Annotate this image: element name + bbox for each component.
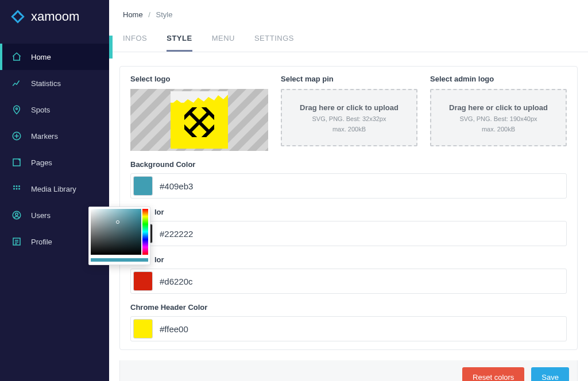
stats-icon — [11, 78, 22, 88]
sidebar-item-label: Users — [31, 211, 51, 220]
upload-row: Select logo — [130, 75, 567, 151]
brand-name: xamoom — [31, 9, 79, 24]
upload-map-pin: Select map pin Drag here or click to upl… — [281, 75, 417, 151]
main: Home / Style INFOS STYLE MENU SETTINGS S… — [109, 0, 588, 381]
pin-icon — [11, 104, 22, 115]
color-input-wrap — [130, 316, 567, 341]
dropzone-line3: max. 200kB — [482, 126, 515, 133]
upload-admin-logo: Select admin logo Drag here or click to … — [430, 75, 567, 151]
color-input-wrap — [130, 269, 567, 294]
sidebar-item-media-library[interactable]: Media Library — [0, 176, 109, 202]
paper-tear-icon — [171, 91, 228, 103]
save-button[interactable]: Save — [531, 367, 569, 381]
upload-admin-logo-title: Select admin logo — [430, 75, 567, 83]
home-icon — [11, 52, 22, 62]
svg-point-4 — [16, 185, 18, 187]
sidebar-item-label: Media Library — [31, 185, 76, 193]
sidebar-item-label: Statistics — [31, 79, 61, 88]
media-icon — [11, 184, 22, 194]
picker-handle[interactable] — [116, 220, 119, 224]
sidebar-item-label: Markers — [31, 132, 58, 141]
color-row-highlight: lor — [130, 255, 567, 294]
sidebar-item-label: Home — [31, 53, 51, 61]
brand-logo-icon — [10, 9, 25, 24]
color-input-wrap — [130, 173, 567, 199]
dropzone-line1: Drag here or click to upload — [300, 103, 399, 112]
dropzone-admin-logo[interactable]: Drag here or click to upload SVG, PNG. B… — [430, 89, 567, 146]
logo-image — [171, 91, 228, 149]
color-input[interactable] — [160, 181, 564, 191]
color-swatch[interactable] — [133, 319, 153, 339]
color-label-partial: lor — [130, 208, 567, 216]
sidebar-item-pages[interactable]: Pages — [0, 149, 109, 176]
upload-logo: Select logo — [130, 75, 268, 151]
dropzone-line3: max. 200kB — [332, 126, 366, 133]
profile-icon — [11, 236, 22, 247]
color-swatch[interactable] — [133, 176, 153, 196]
markers-icon — [11, 131, 22, 141]
sidebar-item-spots[interactable]: Spots — [0, 96, 109, 123]
color-input[interactable] — [160, 324, 564, 334]
panel-actions: Reset colors Save — [119, 360, 578, 381]
color-label: Background Color — [130, 160, 567, 169]
picker-saturation-value[interactable] — [91, 209, 141, 255]
sidebar: xamoom Home Statistics Spots Markers Pag… — [0, 0, 109, 381]
tab-menu[interactable]: MENU — [212, 34, 235, 52]
color-row-chrome-header: Chrome Header Color — [130, 303, 567, 341]
upload-map-pin-title: Select map pin — [281, 75, 417, 83]
logo-preview[interactable] — [130, 89, 268, 151]
color-input[interactable] — [160, 277, 564, 286]
color-row-foreground: lor — [130, 208, 567, 246]
color-swatch[interactable] — [133, 271, 153, 291]
svg-point-0 — [16, 108, 18, 110]
dropzone-line1: Drag here or click to upload — [449, 103, 548, 112]
reset-colors-button[interactable]: Reset colors — [462, 367, 524, 381]
sidebar-item-markers[interactable]: Markers — [0, 123, 109, 149]
tab-style[interactable]: STYLE — [167, 34, 192, 52]
brand: xamoom — [0, 0, 109, 44]
dropzone-line2: SVG, PNG. Best: 32x32px — [312, 115, 386, 122]
color-row-background: Background Color — [130, 160, 567, 199]
svg-point-5 — [18, 185, 20, 187]
breadcrumb-sep: / — [148, 10, 150, 19]
dropzone-line2: SVG, PNG. Best: 190x40px — [459, 115, 537, 122]
tab-settings[interactable]: SETTINGS — [254, 34, 294, 52]
sidebar-item-label: Spots — [31, 106, 50, 114]
color-input-wrap — [130, 221, 567, 246]
color-label-partial: lor — [130, 255, 567, 264]
sidebar-item-label: Pages — [31, 158, 52, 167]
tabs: INFOS STYLE MENU SETTINGS — [109, 29, 588, 52]
breadcrumb: Home / Style — [109, 0, 588, 29]
sidebar-item-home[interactable]: Home — [0, 44, 109, 70]
sidebar-item-label: Profile — [31, 238, 52, 246]
dropzone-map-pin[interactable]: Drag here or click to upload SVG, PNG. B… — [281, 89, 417, 146]
color-label: Chrome Header Color — [130, 303, 567, 312]
sidebar-item-statistics[interactable]: Statistics — [0, 70, 109, 96]
svg-point-6 — [13, 188, 15, 190]
upload-logo-title: Select logo — [130, 75, 268, 83]
accent-bar — [109, 36, 113, 59]
color-input[interactable] — [160, 229, 564, 239]
style-panel: Select logo — [119, 66, 578, 350]
picker-hue-slider[interactable] — [142, 209, 148, 255]
svg-point-8 — [18, 188, 20, 190]
picker-current-bar — [91, 258, 148, 262]
x-icon — [184, 107, 214, 137]
breadcrumb-current: Style — [156, 10, 173, 19]
pages-icon — [11, 157, 22, 168]
svg-point-10 — [16, 213, 18, 216]
color-picker-popover[interactable] — [88, 207, 150, 265]
svg-point-7 — [16, 188, 18, 190]
breadcrumb-root[interactable]: Home — [123, 10, 143, 19]
user-icon — [11, 210, 22, 220]
svg-point-3 — [13, 185, 15, 187]
tab-infos[interactable]: INFOS — [123, 34, 147, 52]
